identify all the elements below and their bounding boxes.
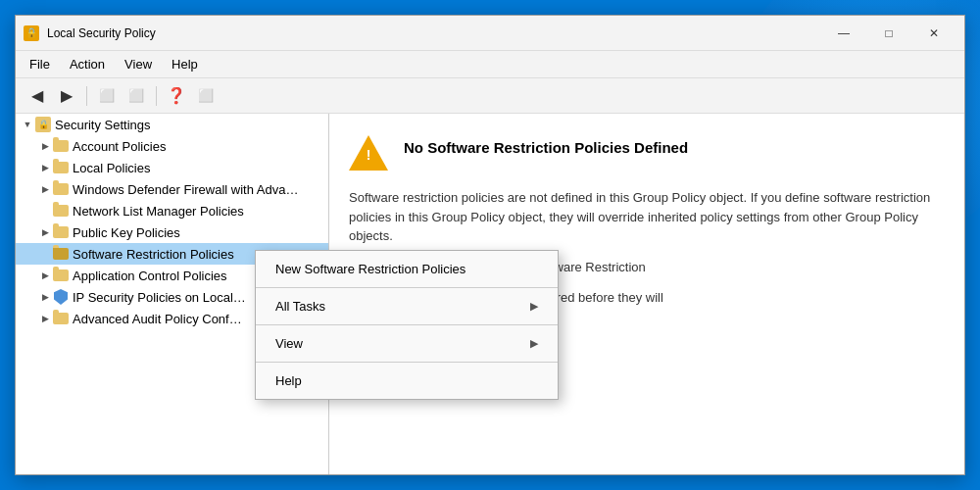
toolbar-separator-2: [156, 86, 157, 106]
ctx-new-software-restriction[interactable]: New Software Restriction Policies: [256, 255, 558, 283]
ctx-help[interactable]: Help: [256, 367, 558, 395]
network-list-label: Network List Manager Policies: [73, 204, 244, 219]
menu-help[interactable]: Help: [162, 53, 208, 75]
main-window: 🔒 Local Security Policy — □ ✕ File Actio…: [15, 15, 965, 475]
tree-item-public-key[interactable]: ▶ Public Key Policies: [16, 221, 328, 243]
root-expander: ▼: [20, 117, 35, 132]
menu-file[interactable]: File: [20, 53, 60, 75]
menu-action[interactable]: Action: [60, 53, 115, 75]
ip-security-label: IP Security Policies on Local…: [73, 290, 246, 305]
tree-item-account-policies[interactable]: ▶ Account Policies: [16, 135, 328, 157]
forward-button[interactable]: ▶: [53, 83, 80, 109]
public-key-icon: [53, 224, 69, 240]
ctx-view-arrow: ▶: [530, 337, 538, 350]
window-controls: — □ ✕: [821, 19, 956, 48]
warning-icon: !: [349, 133, 388, 172]
close-button[interactable]: ✕: [911, 19, 956, 48]
defender-expander: ▶: [37, 181, 53, 197]
export-button[interactable]: ⬜: [192, 83, 220, 109]
warning-section: ! No Software Restriction Policies Defin…: [349, 133, 945, 172]
back-button[interactable]: ◀: [24, 83, 51, 109]
defender-label: Windows Defender Firewall with Adva…: [73, 182, 298, 197]
ctx-all-tasks-label: All Tasks: [275, 299, 325, 314]
menu-view[interactable]: View: [115, 53, 162, 75]
app-control-label: Application Control Policies: [73, 269, 227, 283]
properties-button[interactable]: ⬜: [122, 83, 150, 109]
menu-bar: File Action View Help: [16, 51, 964, 78]
up-button[interactable]: ⬜: [93, 83, 121, 109]
local-policies-expander: ▶: [37, 160, 53, 175]
context-menu: New Software Restriction Policies All Ta…: [255, 250, 559, 400]
account-policies-icon: [53, 138, 69, 154]
minimize-button[interactable]: —: [821, 19, 866, 48]
root-icon: 🔒: [35, 117, 51, 132]
title-bar: 🔒 Local Security Policy — □ ✕: [16, 16, 964, 51]
account-policies-label: Account Policies: [73, 139, 166, 154]
advanced-audit-icon: [53, 311, 69, 326]
warning-title: No Software Restriction Policies Defined: [404, 139, 688, 156]
ctx-view[interactable]: View ▶: [256, 329, 558, 358]
ctx-new-software-restriction-label: New Software Restriction Policies: [275, 262, 466, 276]
app-control-icon: [53, 268, 69, 283]
tree-item-local-policies[interactable]: ▶ Local Policies: [16, 157, 328, 178]
toolbar: ◀ ▶ ⬜ ⬜ ❓ ⬜: [16, 78, 964, 114]
local-policies-label: Local Policies: [73, 161, 151, 175]
network-list-icon: [53, 203, 69, 219]
ctx-separator-3: [256, 362, 558, 363]
ctx-separator-2: [256, 324, 558, 325]
ctx-all-tasks-arrow: ▶: [530, 300, 538, 313]
public-key-label: Public Key Policies: [73, 225, 180, 240]
ctx-all-tasks[interactable]: All Tasks ▶: [256, 292, 558, 320]
restore-button[interactable]: □: [866, 19, 911, 48]
ctx-view-label: View: [275, 336, 303, 351]
toolbar-separator-1: [86, 86, 87, 106]
advanced-audit-expander: ▶: [37, 311, 53, 326]
tree-item-network-list[interactable]: ▶ Network List Manager Policies: [16, 200, 328, 221]
tree-root[interactable]: ▼ 🔒 Security Settings: [16, 114, 328, 135]
ip-security-expander: ▶: [37, 289, 53, 305]
defender-icon: [53, 181, 69, 197]
ctx-help-label: Help: [275, 373, 302, 388]
software-restriction-icon: [53, 246, 69, 262]
advanced-audit-label: Advanced Audit Policy Conf…: [73, 312, 242, 326]
account-policies-expander: ▶: [37, 138, 53, 154]
warning-body-1: Software restriction policies are not de…: [349, 188, 945, 246]
help-button[interactable]: ❓: [163, 83, 190, 109]
local-policies-icon: [53, 160, 69, 175]
window-title: Local Security Policy: [47, 26, 821, 40]
tree-root-label: Security Settings: [55, 118, 151, 132]
ctx-separator-1: [256, 287, 558, 288]
tree-item-defender[interactable]: ▶ Windows Defender Firewall with Adva…: [16, 178, 328, 200]
ip-security-icon: [53, 289, 69, 305]
public-key-expander: ▶: [37, 224, 53, 240]
window-icon: 🔒: [24, 25, 39, 41]
software-restriction-label: Software Restriction Policies: [73, 247, 234, 262]
app-control-expander: ▶: [37, 268, 53, 283]
